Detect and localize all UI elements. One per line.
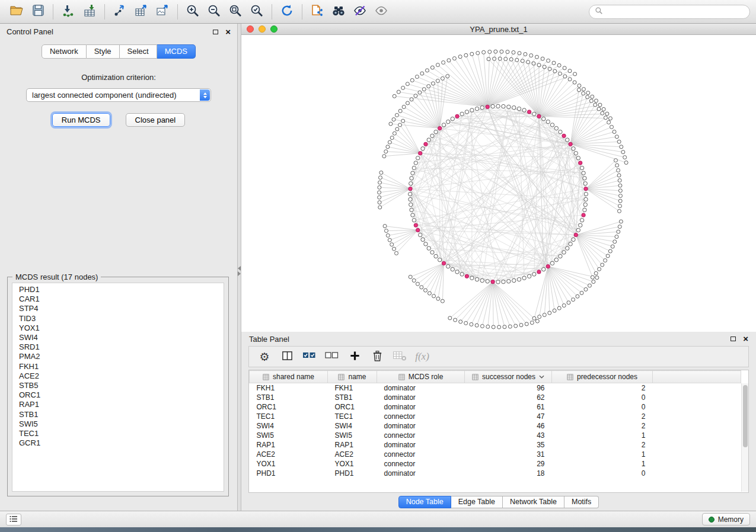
table-row[interactable]: SWI5SWI5connector431 [250, 431, 741, 440]
run-mcds-button[interactable]: Run MCDS [52, 113, 110, 127]
search-input[interactable] [607, 7, 744, 16]
close-panel-button[interactable]: Close panel [126, 113, 186, 127]
export-image-button[interactable] [152, 2, 173, 22]
select-all-button[interactable] [301, 348, 318, 365]
table-row[interactable]: PHD1PHD1dominator180 [250, 469, 741, 478]
float-table-panel-button[interactable] [731, 336, 736, 341]
tab-network[interactable]: Network [42, 44, 87, 59]
mcds-node-item[interactable]: PHD1 [19, 285, 224, 294]
mcds-node-item[interactable]: YOX1 [19, 323, 224, 333]
table-row[interactable]: FKH1FKH1dominator962 [250, 383, 741, 393]
search-network-button[interactable] [328, 2, 349, 22]
optimization-criterion-label: Optimization criterion: [0, 73, 237, 82]
window-maximize-light[interactable] [270, 25, 277, 33]
column-header-mcds-role[interactable]: MCDS role [377, 371, 465, 383]
network-canvas [241, 35, 756, 332]
delete-column-button[interactable] [369, 348, 385, 365]
mcds-node-item[interactable]: SWI4 [19, 333, 224, 342]
deselect-all-button[interactable] [324, 348, 340, 365]
network-view-frame: YPA_prune.txt_1 [241, 24, 756, 332]
close-panel-icon[interactable]: × [225, 29, 231, 35]
table-row[interactable]: YOX1YOX1connector291 [250, 459, 741, 469]
mcds-node-item[interactable]: RAP1 [19, 400, 224, 409]
refresh-layout-button[interactable] [276, 2, 298, 22]
mcds-node-item[interactable]: SWI5 [19, 419, 224, 429]
desktop-background [0, 527, 756, 532]
plus-icon [349, 350, 361, 364]
mcds-node-item[interactable]: STB1 [19, 410, 224, 419]
zoom-fit-button[interactable] [225, 2, 246, 22]
mcds-node-item[interactable]: STP4 [19, 304, 224, 313]
tab-select[interactable]: Select [120, 44, 157, 59]
save-button[interactable] [27, 2, 49, 22]
application-window: Control Panel × Network Style Select MCD… [0, 0, 756, 532]
network-canvas-container[interactable] [241, 35, 756, 332]
column-header-filler [653, 371, 741, 383]
column-header-predecessor-nodes[interactable]: predecessor nodes [552, 371, 653, 383]
window-close-light[interactable] [247, 25, 254, 33]
tab-edge-table[interactable]: Edge Table [451, 496, 503, 508]
panel-splitter[interactable] [237, 24, 241, 511]
open-file-button[interactable] [6, 2, 27, 22]
refresh-icon [280, 4, 294, 20]
node-table-body: FKH1FKH1dominator962STB1STB1dominator620… [250, 383, 741, 478]
table-scrollbar[interactable] [741, 383, 748, 492]
tab-network-table[interactable]: Network Table [503, 496, 564, 508]
zoom-out-button[interactable] [203, 2, 225, 22]
tab-node-table[interactable]: Node Table [398, 496, 451, 508]
zoom-in-button[interactable] [182, 2, 203, 22]
toolbar-separator [53, 4, 53, 20]
control-panel-tabs: Network Style Select MCDS [0, 44, 237, 59]
float-panel-button[interactable] [213, 30, 218, 34]
mcds-node-item[interactable]: PMA2 [19, 352, 224, 361]
network-titlebar[interactable]: YPA_prune.txt_1 [241, 24, 756, 35]
task-history-button[interactable] [6, 514, 21, 525]
splitter-collapse-handle[interactable] [238, 265, 241, 277]
import-network-button[interactable] [58, 2, 79, 22]
add-column-button[interactable] [346, 348, 363, 365]
scrollbar-thumb[interactable] [743, 385, 748, 447]
table-row[interactable]: SWI4SWI4dominator462 [250, 421, 741, 431]
zoom-selected-button[interactable] [246, 2, 267, 22]
network-title: YPA_prune.txt_1 [470, 25, 527, 34]
close-table-panel-icon[interactable]: × [743, 336, 748, 342]
status-bar: Memory [0, 511, 756, 527]
column-header-shared-name[interactable]: shared name [250, 371, 328, 383]
zoom-selected-icon [250, 4, 264, 20]
mcds-result-group: MCDS result (17 nodes) PHD1CAR1STP4TID3Y… [7, 277, 229, 496]
tab-mcds[interactable]: MCDS [157, 44, 196, 59]
table-row[interactable]: RAP1RAP1dominator352 [250, 440, 741, 450]
zoom-fit-icon [228, 4, 243, 20]
table-row[interactable]: ORC1ORC1dominator610 [250, 402, 741, 412]
table-row[interactable]: STB1STB1dominator620 [250, 393, 741, 402]
table-row[interactable]: ACE2ACE2connector311 [250, 450, 741, 459]
export-table-button[interactable] [130, 2, 152, 22]
column-header-successor-nodes[interactable]: successor nodes [465, 371, 552, 383]
mcds-result-list[interactable]: PHD1CAR1STP4TID3YOX1SWI4SRD1PMA2FKH1ACE2… [12, 283, 224, 492]
mcds-node-item[interactable]: ORC1 [19, 390, 224, 400]
main-toolbar [0, 0, 756, 24]
analyzer-button[interactable] [349, 2, 371, 22]
tab-style[interactable]: Style [87, 44, 120, 59]
table-row[interactable]: TEC1TEC1connector472 [250, 412, 741, 421]
table-settings-button[interactable]: ⚙ [256, 348, 273, 365]
criterion-select[interactable]: largest connected component (undirected) [26, 88, 211, 102]
show-columns-button[interactable] [279, 348, 295, 365]
memory-button[interactable]: Memory [702, 513, 750, 525]
mcds-node-item[interactable]: CAR1 [19, 294, 224, 304]
mcds-node-item[interactable]: TID3 [19, 314, 224, 323]
mcds-node-item[interactable]: FKH1 [19, 362, 224, 371]
mcds-node-item[interactable]: SRD1 [19, 342, 224, 352]
tab-motifs[interactable]: Motifs [564, 496, 599, 508]
mcds-node-item[interactable]: STB5 [19, 381, 224, 390]
show-hide-details-button[interactable] [371, 2, 392, 22]
column-type-icon [398, 374, 405, 380]
export-network-button[interactable] [109, 2, 130, 22]
mcds-node-item[interactable]: GCR1 [19, 438, 224, 448]
import-table-button[interactable] [79, 2, 100, 22]
share-document-button[interactable] [307, 2, 328, 22]
window-minimize-light[interactable] [259, 25, 266, 33]
column-header-name[interactable]: name [328, 371, 377, 383]
mcds-node-item[interactable]: ACE2 [19, 371, 224, 381]
mcds-node-item[interactable]: TEC1 [19, 429, 224, 438]
